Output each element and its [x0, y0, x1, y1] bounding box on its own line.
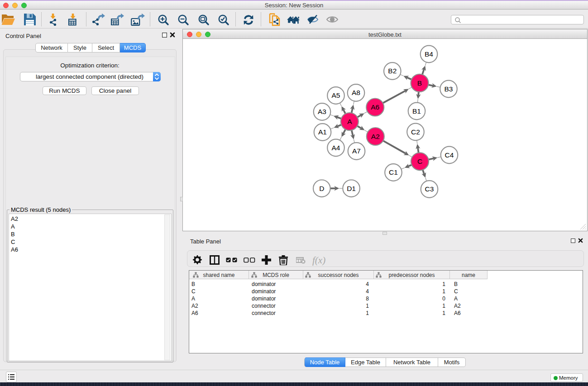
svg-text:A7: A7 [352, 147, 361, 155]
svg-text:D1: D1 [347, 185, 356, 192]
svg-text:C2: C2 [411, 128, 420, 136]
svg-text:A2: A2 [371, 133, 380, 140]
svg-text:C3: C3 [425, 185, 434, 193]
svg-text:C: C [417, 157, 422, 165]
svg-text:A5: A5 [332, 91, 340, 99]
svg-text:B3: B3 [445, 85, 453, 93]
svg-text:B4: B4 [425, 50, 433, 58]
svg-text:A4: A4 [332, 144, 340, 152]
svg-text:A1: A1 [318, 128, 327, 136]
svg-text:A8: A8 [352, 89, 360, 96]
svg-text:C4: C4 [445, 151, 454, 159]
svg-text:B: B [417, 79, 422, 87]
svg-text:A6: A6 [371, 103, 379, 111]
svg-text:B1: B1 [412, 107, 421, 115]
svg-text:D: D [319, 185, 324, 192]
svg-text:B2: B2 [388, 67, 397, 75]
svg-text:A: A [347, 118, 352, 125]
svg-text:C1: C1 [389, 168, 398, 176]
svg-text:A3: A3 [318, 108, 326, 115]
